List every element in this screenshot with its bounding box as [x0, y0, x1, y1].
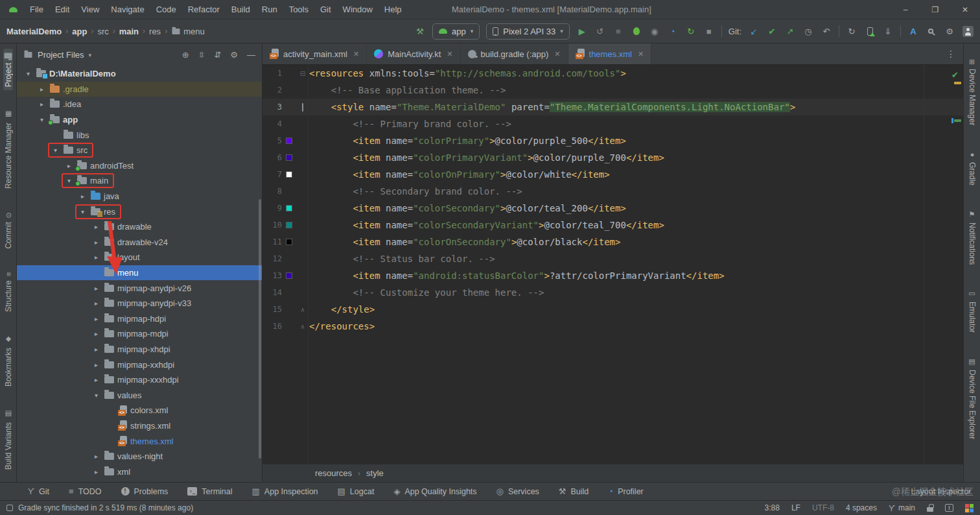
git-push-button[interactable]: ↗: [784, 24, 796, 38]
breadcrumb-style[interactable]: style: [366, 468, 384, 478]
fold-marker[interactable]: ⊟: [296, 70, 309, 77]
code-editor[interactable]: ✔ 1⊟<resources xmlns:tools="http://schem…: [262, 65, 963, 464]
fold-marker[interactable]: ∧: [296, 323, 309, 330]
tool-window-button-profiler[interactable]: ◔Profiler: [598, 487, 653, 496]
tree-row-mipmap-mdpi[interactable]: ▸mipmap-mdpi: [17, 326, 262, 342]
tree-row-src[interactable]: ▾src: [17, 143, 262, 158]
chevron-right-icon[interactable]: ▸: [91, 315, 101, 322]
build-hammer-button[interactable]: ⚒: [414, 24, 426, 38]
tree-row-res[interactable]: ▾res: [17, 204, 262, 219]
chevron-right-icon[interactable]: ▸: [64, 162, 74, 169]
sdk-manager-button[interactable]: ⇓: [882, 24, 894, 38]
tab-themes-xml[interactable]: themes.xml✕: [568, 43, 652, 64]
maximize-button[interactable]: ❐: [920, 0, 950, 19]
tool-window-button-logcat[interactable]: ▤Logcat: [328, 487, 384, 496]
git-branch-widget[interactable]: ϒ main: [889, 503, 915, 512]
gear-icon[interactable]: ⚙: [230, 51, 238, 59]
profile-avatar[interactable]: [962, 24, 974, 38]
breadcrumb-item-menu[interactable]: menu: [183, 27, 205, 36]
sidebar-item-structure[interactable]: Structure≡: [4, 269, 13, 315]
project-view-selector[interactable]: Project Files: [38, 50, 84, 60]
tool-window-button-problems[interactable]: !Problems: [111, 487, 178, 496]
menu-item-code[interactable]: Code: [150, 3, 182, 16]
chevron-right-icon[interactable]: ▸: [78, 193, 88, 200]
tabs-overflow-menu[interactable]: ⋮: [939, 43, 963, 64]
tab-activity-main-xml[interactable]: activity_main.xml✕: [262, 43, 367, 64]
color-swatch[interactable]: [286, 239, 292, 245]
sidebar-item-emulator[interactable]: ▭Emulator: [968, 289, 977, 333]
tree-row-layout[interactable]: ▸layout: [17, 250, 262, 265]
chevron-down-icon[interactable]: ▾: [23, 70, 33, 77]
chevron-down-icon[interactable]: ▾: [51, 147, 60, 154]
apply-code-changes-button[interactable]: ≡: [612, 24, 624, 38]
tab-build-gradle-app-[interactable]: build.gradle (:app)✕: [461, 43, 568, 64]
sidebar-item-resource-manager[interactable]: Resource Manager▦: [4, 107, 13, 192]
sidebar-item-bookmarks[interactable]: Bookmarks◆: [4, 332, 13, 390]
tool-window-button-app-inspection[interactable]: ▥App Inspection: [242, 487, 328, 496]
collapse-all-icon[interactable]: ⇵: [214, 51, 221, 59]
git-history-button[interactable]: ◷: [802, 24, 814, 38]
tree-row--gradle[interactable]: ▸.gradle: [17, 82, 262, 97]
tool-window-button-git[interactable]: ϒGit: [18, 487, 59, 496]
chevron-right-icon[interactable]: ▸: [91, 300, 101, 307]
chevron-right-icon[interactable]: ▸: [91, 376, 101, 383]
chevron-right-icon[interactable]: ▸: [91, 330, 101, 337]
line-separator[interactable]: LF: [791, 503, 800, 512]
translate-button[interactable]: A: [907, 24, 919, 38]
unlocked-icon[interactable]: [927, 507, 933, 512]
locate-icon[interactable]: ⊕: [182, 51, 189, 59]
tool-window-button-app-quality-insights[interactable]: ◈App Quality Insights: [384, 487, 486, 496]
breadcrumb-item-src[interactable]: src: [97, 27, 108, 36]
sidebar-item-project[interactable]: Project: [3, 49, 13, 90]
file-encoding[interactable]: UTF-8: [812, 503, 834, 512]
tree-row-mipmap-hdpi[interactable]: ▸mipmap-hdpi: [17, 311, 262, 327]
stop-button[interactable]: ■: [703, 24, 715, 38]
menu-item-help[interactable]: Help: [379, 3, 408, 16]
color-swatch[interactable]: [286, 222, 292, 228]
chevron-right-icon[interactable]: ▸: [91, 239, 101, 246]
tree-row-colors-xml[interactable]: colors.xml: [17, 403, 262, 418]
color-swatch[interactable]: [286, 154, 292, 161]
tree-row-values[interactable]: ▾values: [17, 387, 262, 403]
breadcrumb-resources[interactable]: resources: [315, 468, 352, 478]
tree-row-main[interactable]: ▾main: [17, 173, 262, 189]
minimize-button[interactable]: –: [891, 0, 920, 19]
tree-row-drawable[interactable]: ▸drawable: [17, 219, 262, 235]
git-rollback-button[interactable]: ↶: [821, 24, 832, 38]
tree-row--idea[interactable]: ▸.idea: [17, 97, 262, 112]
chevron-right-icon[interactable]: ▸: [91, 254, 101, 261]
layout-inspector-button[interactable]: Layout Inspector: [911, 487, 971, 496]
breadcrumb-item-res[interactable]: res: [149, 27, 161, 36]
color-swatch[interactable]: [286, 138, 292, 144]
tree-row-mipmap-anydpi-v26[interactable]: ▸mipmap-anydpi-v26: [17, 280, 262, 296]
fold-marker[interactable]: [296, 104, 309, 111]
breadcrumb-item-app[interactable]: app: [72, 27, 87, 36]
tree-row-themes-xml[interactable]: themes.xml: [17, 433, 262, 449]
search-everywhere-button[interactable]: [926, 24, 937, 38]
close-icon[interactable]: ✕: [447, 50, 452, 58]
chevron-right-icon[interactable]: ▸: [37, 101, 47, 108]
chevron-right-icon[interactable]: ▸: [91, 453, 101, 460]
tool-window-button-build[interactable]: ⚒Build: [549, 487, 598, 496]
git-commit-button[interactable]: ✔: [766, 24, 778, 38]
color-swatch[interactable]: [286, 205, 292, 211]
chevron-right-icon[interactable]: ▸: [91, 285, 101, 292]
profile-restart-button[interactable]: ↻: [685, 24, 697, 38]
menu-item-navigate[interactable]: Navigate: [105, 3, 150, 16]
sidebar-item-commit[interactable]: Commit⊙: [4, 209, 13, 252]
sidebar-item-device-manager[interactable]: ⊞Device Manager: [968, 59, 977, 126]
tree-row-mipmap-xxxhdpi[interactable]: ▸mipmap-xxxhdpi: [17, 372, 262, 388]
device-select[interactable]: Pixel 2 API 33▾: [486, 23, 569, 40]
tree-row-values-night[interactable]: ▸values-night: [17, 449, 262, 464]
color-swatch[interactable]: [286, 272, 292, 279]
tree-row-menu[interactable]: menu: [17, 265, 262, 281]
color-swatch[interactable]: [286, 171, 292, 178]
tab-mainactivity-kt[interactable]: MainActivity.kt✕: [367, 43, 460, 64]
tool-window-button-terminal[interactable]: ›_Terminal: [178, 487, 242, 496]
indent-setting[interactable]: 4 spaces: [846, 503, 877, 512]
chevron-down-icon[interactable]: ▾: [91, 392, 101, 399]
chevron-right-icon[interactable]: ▸: [37, 86, 47, 93]
expand-all-icon[interactable]: ⇳: [198, 51, 205, 59]
chevron-right-icon[interactable]: ▸: [91, 361, 101, 368]
tree-row-mipmap-xhdpi[interactable]: ▸mipmap-xhdpi: [17, 342, 262, 357]
